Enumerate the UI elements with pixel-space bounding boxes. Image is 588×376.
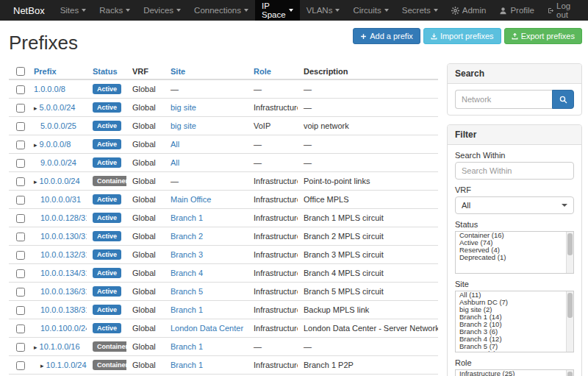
prefix-link[interactable]: 10.1.0.0/16 (40, 342, 80, 351)
site-link[interactable]: Main Office (171, 195, 211, 204)
nav-item-sites[interactable]: Sites (54, 0, 93, 21)
prefix-link[interactable]: 10.0.0.0/31 (40, 195, 81, 204)
site-option[interactable]: Branch 2 (10) (456, 321, 573, 328)
prefix-link[interactable]: 5.0.0.0/25 (40, 121, 76, 130)
column-header-role[interactable]: Role (254, 67, 271, 76)
nav-item-circuits[interactable]: Circuits (346, 0, 395, 21)
site-option[interactable]: COLO-1 (4) (456, 350, 573, 352)
user-icon (499, 7, 507, 15)
search-within-input[interactable] (455, 162, 574, 180)
status-badge: Active (93, 305, 121, 315)
status-option[interactable]: Container (16) (456, 232, 573, 239)
scrollbar-thumb[interactable] (567, 372, 573, 376)
nav-item-secrets[interactable]: Secrets (395, 0, 445, 21)
site-link[interactable]: Branch 1 (171, 305, 203, 314)
table-row: ▸10.0.0.0/24 Container Global — Infrastr… (9, 172, 438, 191)
status-listbox[interactable]: Container (16) Active (74) Reserved (4) … (455, 231, 574, 274)
site-link[interactable]: Branch 2 (171, 232, 203, 241)
prefix-link[interactable]: 10.0.0.0/24 (40, 177, 80, 185)
site-link[interactable]: London Data Center (171, 324, 243, 333)
search-input[interactable] (455, 90, 552, 109)
nav-item-connections[interactable]: Connections (187, 0, 255, 21)
status-option[interactable]: Reserved (4) (456, 246, 573, 254)
site-link[interactable]: big site (171, 103, 196, 112)
prefix-link[interactable]: 10.0.0.130/31 (40, 232, 87, 241)
import-prefixes-button[interactable]: Import prefixes (423, 28, 501, 44)
site-option[interactable]: All (11) (456, 291, 573, 299)
scrollbar-thumb[interactable] (567, 233, 573, 255)
prefix-link[interactable]: 10.0.0.136/31 (40, 287, 87, 296)
site-link[interactable]: Branch 1 (171, 342, 203, 351)
site-link[interactable]: big site (171, 121, 196, 130)
row-checkbox[interactable] (16, 159, 25, 168)
status-badge: Active (93, 268, 121, 278)
row-checkbox[interactable] (16, 196, 25, 205)
prefix-link[interactable]: 10.0.0.128/31 (40, 213, 87, 222)
nav-item-racks[interactable]: Racks (93, 0, 137, 21)
prefix-link[interactable]: 1.0.0.0/8 (34, 85, 65, 93)
nav-profile[interactable]: Profile (492, 0, 541, 21)
site-option[interactable]: Branch 1 (14) (456, 313, 573, 321)
nav-admin[interactable]: Admin (445, 0, 493, 21)
row-checkbox[interactable] (16, 324, 25, 333)
row-checkbox[interactable] (16, 214, 25, 223)
site-link[interactable]: All (171, 140, 179, 149)
site-option[interactable]: Ashburn DC (7) (456, 299, 573, 306)
row-checkbox[interactable] (16, 177, 25, 186)
vrf-select[interactable]: All (455, 196, 574, 214)
prefix-link[interactable]: 9.0.0.0/24 (40, 158, 76, 167)
add-prefix-button[interactable]: Add a prefix (353, 28, 420, 44)
site-option[interactable]: big site (2) (456, 306, 573, 313)
prefix-link[interactable]: 10.1.0.0/24 (46, 361, 87, 369)
row-checkbox[interactable] (16, 343, 25, 352)
vrf-cell: Global (126, 154, 165, 172)
status-option[interactable]: Deprecated (1) (456, 254, 573, 261)
column-header-description: Description (298, 63, 438, 79)
scrollbar-thumb[interactable] (567, 293, 573, 318)
row-checkbox[interactable] (16, 361, 25, 370)
row-checkbox[interactable] (16, 141, 25, 149)
nav-logout[interactable]: Log out (541, 0, 584, 21)
site-link[interactable]: Branch 4 (171, 269, 203, 277)
nav-item-ip-space[interactable]: IP Space (255, 0, 300, 21)
nav-item-vlans[interactable]: VLANs (300, 0, 347, 21)
site-option[interactable]: Branch 4 (12) (456, 336, 573, 343)
prefix-link[interactable]: 5.0.0.0/24 (40, 103, 76, 112)
column-header-prefix[interactable]: Prefix (34, 67, 57, 76)
prefix-link[interactable]: 10.0.0.132/31 (40, 250, 87, 259)
role-filter-label: Role (455, 358, 574, 367)
row-checkbox[interactable] (16, 251, 25, 260)
nav-item-label: Racks (99, 6, 123, 15)
status-option[interactable]: Active (74) (456, 239, 573, 246)
site-link[interactable]: Branch 5 (171, 287, 203, 296)
prefix-link[interactable]: 9.0.0.0/8 (40, 140, 71, 149)
row-checkbox[interactable] (16, 122, 25, 131)
site-link[interactable]: Branch 1 (171, 361, 203, 369)
site-link[interactable]: Branch 3 (171, 250, 203, 259)
nav-item-label: Secrets (402, 6, 431, 15)
column-header-status[interactable]: Status (93, 67, 118, 76)
prefix-link[interactable]: 10.0.0.134/31 (40, 269, 87, 277)
export-prefixes-button[interactable]: Export prefixes (504, 28, 582, 44)
row-checkbox[interactable] (16, 269, 25, 278)
site-option[interactable]: Branch 5 (7) (456, 343, 573, 350)
row-checkbox[interactable] (16, 104, 25, 113)
row-checkbox[interactable] (16, 233, 25, 241)
column-header-site[interactable]: Site (171, 67, 185, 76)
site-link[interactable]: Branch 1 (171, 213, 203, 222)
site-link[interactable]: All (171, 158, 179, 167)
prefix-link[interactable]: 10.0.100.0/24 (40, 324, 87, 333)
site-listbox[interactable]: All (11) Ashburn DC (7) big site (2) Bra… (455, 291, 574, 352)
brand-netbox[interactable]: NetBox (4, 0, 54, 21)
select-all-checkbox[interactable] (16, 67, 25, 76)
row-checkbox[interactable] (16, 306, 25, 315)
site-option[interactable]: Branch 3 (6) (456, 328, 573, 336)
row-checkbox[interactable] (16, 85, 25, 94)
prefix-link[interactable]: 10.0.0.138/31 (40, 305, 87, 314)
nav-item-devices[interactable]: Devices (137, 0, 187, 21)
row-checkbox[interactable] (16, 288, 25, 297)
role-option[interactable]: Infrastructure (25) (456, 370, 573, 376)
search-button[interactable] (552, 90, 574, 109)
role-listbox[interactable]: Infrastructure (25) Management (8) Priva… (455, 369, 574, 376)
table-row: 10.0.0.134/31 Active Global Branch 4 Inf… (9, 264, 438, 283)
